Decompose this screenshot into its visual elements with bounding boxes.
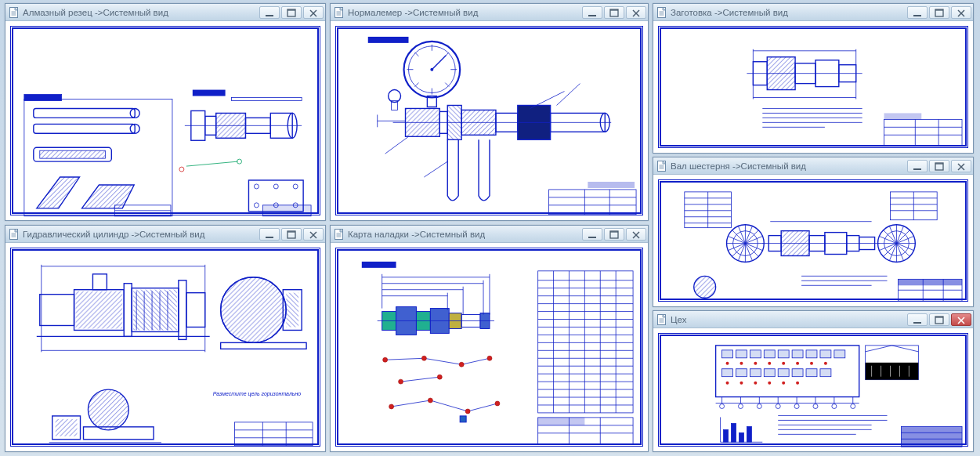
svg-rect-165 [133,290,177,331]
maximize-button[interactable] [929,6,949,19]
svg-point-270 [782,362,785,365]
cad-drawing [5,21,325,220]
titlebar[interactable]: Алмазный резец ->Системный вид [5,4,325,21]
cad-drawing: Разместите цель горизонтально [5,243,325,451]
svg-point-268 [754,362,757,365]
svg-point-211 [389,404,394,409]
svg-rect-281 [866,363,919,380]
close-button[interactable] [626,228,646,241]
document-icon [334,7,345,18]
drawing-canvas[interactable] [653,21,973,153]
svg-rect-83 [588,182,635,188]
svg-rect-262 [778,369,789,377]
minimize-button[interactable] [582,228,602,241]
svg-point-291 [776,404,780,409]
svg-rect-181 [84,427,154,440]
titlebar[interactable]: Цех [653,311,973,328]
svg-rect-22 [24,95,62,101]
svg-point-38 [273,184,278,189]
titlebar[interactable]: Гидравлический цилиндр ->Системный вид [5,226,325,243]
window-title: Гидравлический цилиндр ->Системный вид [23,230,256,239]
window-setup-card: Карта наладки ->Системный вид [330,225,649,452]
minimize-button[interactable] [907,160,928,172]
svg-point-180 [88,389,128,430]
minimize-button[interactable] [259,228,280,241]
svg-point-210 [487,356,492,360]
document-icon [656,7,667,18]
drawing-canvas[interactable] [331,21,648,220]
titlebar[interactable]: Карта наладки ->Системный вид [331,226,648,243]
svg-line-75 [424,161,447,177]
svg-point-214 [495,401,500,406]
window-normalemer: Нормалемер ->Системный вид [330,3,649,221]
close-button[interactable] [626,6,646,19]
document-icon [9,7,20,18]
drawing-canvas[interactable] [653,175,973,306]
minimize-button[interactable] [582,6,602,19]
svg-point-269 [768,362,771,365]
svg-rect-218 [538,271,633,413]
titlebar[interactable]: Нормалемер ->Системный вид [331,4,648,21]
svg-point-33 [179,167,184,172]
svg-rect-152 [898,279,962,285]
svg-line-31 [186,161,238,166]
svg-point-273 [824,362,827,365]
svg-point-39 [293,184,298,189]
drawing-canvas[interactable] [653,328,973,451]
svg-point-216 [437,375,442,379]
document-icon [656,161,667,172]
cad-drawing [653,328,973,451]
close-button[interactable] [951,6,971,19]
svg-rect-247 [362,262,396,268]
svg-rect-242 [538,418,585,425]
svg-point-294 [832,404,837,409]
maximize-button[interactable] [929,313,949,326]
svg-rect-261 [764,369,775,377]
svg-point-266 [726,362,729,365]
cad-drawing [331,243,648,451]
document-icon [334,229,345,240]
drawing-canvas[interactable]: Разместите цель горизонтально [5,243,325,451]
svg-point-60 [389,90,401,103]
svg-point-295 [851,404,855,409]
close-button[interactable] [951,313,971,326]
svg-point-40 [254,203,259,208]
svg-rect-105 [884,113,922,119]
minimize-button[interactable] [907,6,928,19]
svg-line-53 [414,52,418,56]
svg-point-212 [428,398,432,403]
titlebar[interactable]: Заготовка ->Системный вид [653,4,973,21]
svg-rect-164 [76,291,123,329]
cad-drawing [653,175,973,306]
minimize-button[interactable] [907,313,928,326]
close-button[interactable] [303,228,324,241]
maximize-button[interactable] [604,6,624,19]
svg-rect-311 [724,429,729,442]
window-title: Цех [671,315,904,324]
svg-point-209 [459,362,464,367]
svg-rect-100 [884,119,963,146]
svg-rect-259 [736,369,747,377]
svg-point-213 [465,409,470,414]
window-blank: Заготовка ->Системный вид [653,3,974,154]
svg-point-275 [740,382,743,385]
minimize-button[interactable] [259,6,280,19]
svg-point-278 [782,382,785,385]
maximize-button[interactable] [281,6,302,19]
maximize-button[interactable] [929,160,949,172]
svg-rect-35 [232,98,302,101]
maximize-button[interactable] [281,228,302,241]
close-button[interactable] [303,6,324,19]
window-title: Карта наладки ->Системный вид [348,230,579,239]
window-title: Алмазный резец ->Системный вид [23,8,256,17]
svg-rect-257 [834,350,845,358]
svg-line-55 [414,83,418,87]
close-button[interactable] [951,160,971,172]
svg-rect-16 [34,124,135,133]
titlebar[interactable]: Вал шестерня ->Системный вид [653,157,973,175]
svg-rect-249 [722,350,733,358]
maximize-button[interactable] [604,228,624,241]
drawing-canvas[interactable] [5,21,325,220]
svg-rect-77 [368,37,409,43]
drawing-canvas[interactable] [331,243,648,451]
